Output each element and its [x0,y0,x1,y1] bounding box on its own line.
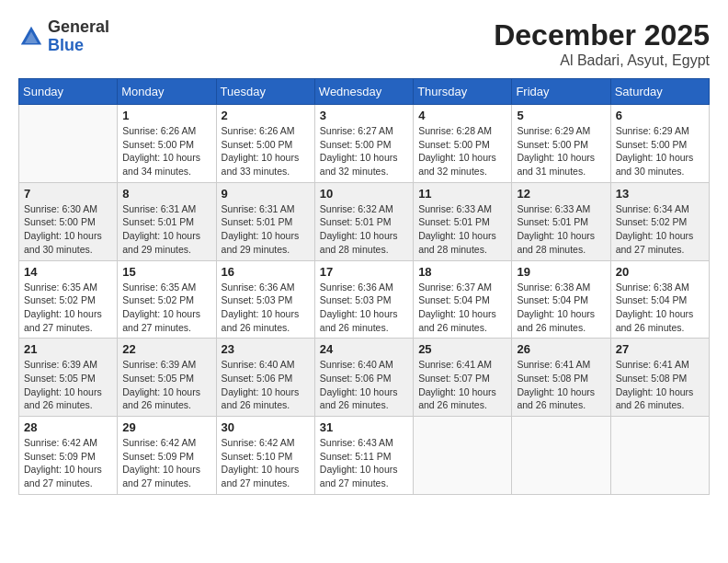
day-info: Sunrise: 6:29 AMSunset: 5:00 PMDaylight:… [616,124,704,178]
calendar-day-cell: 9Sunrise: 6:31 AMSunset: 5:01 PMDaylight… [216,182,314,260]
weekday-header: Monday [118,79,216,105]
calendar-day-cell: 1Sunrise: 6:26 AMSunset: 5:00 PMDaylight… [118,105,216,183]
day-number: 12 [517,187,605,201]
calendar-day-cell: 26Sunrise: 6:41 AMSunset: 5:08 PMDayligh… [512,339,610,417]
calendar-day-cell: 22Sunrise: 6:39 AMSunset: 5:05 PMDayligh… [118,339,216,417]
weekday-header: Tuesday [216,79,314,105]
logo-icon [18,24,44,50]
day-info: Sunrise: 6:41 AMSunset: 5:08 PMDaylight:… [616,358,704,412]
month-title: December 2025 [494,18,710,52]
calendar-day-cell: 16Sunrise: 6:36 AMSunset: 5:03 PMDayligh… [216,260,314,339]
day-number: 18 [418,265,506,279]
day-info: Sunrise: 6:39 AMSunset: 5:05 PMDaylight:… [24,358,112,412]
day-info: Sunrise: 6:42 AMSunset: 5:09 PMDaylight:… [122,436,210,490]
day-info: Sunrise: 6:32 AMSunset: 5:01 PMDaylight:… [320,202,408,257]
day-number: 17 [320,265,408,279]
day-number: 25 [418,342,506,356]
day-number: 23 [222,342,310,356]
day-info: Sunrise: 6:34 AMSunset: 5:02 PMDaylight:… [616,202,704,257]
day-info: Sunrise: 6:42 AMSunset: 5:10 PMDaylight:… [222,436,310,490]
logo-blue: Blue [48,37,109,55]
day-info: Sunrise: 6:28 AMSunset: 5:00 PMDaylight:… [418,124,506,178]
calendar-week-row: 7Sunrise: 6:30 AMSunset: 5:00 PMDaylight… [19,182,710,260]
day-number: 15 [122,265,210,279]
logo-general: General [48,18,109,37]
calendar-week-row: 21Sunrise: 6:39 AMSunset: 5:05 PMDayligh… [19,339,710,417]
calendar-day-cell: 6Sunrise: 6:29 AMSunset: 5:00 PMDaylight… [610,105,709,183]
day-number: 19 [517,265,605,279]
day-info: Sunrise: 6:36 AMSunset: 5:03 PMDaylight:… [320,281,408,335]
weekday-header: Sunday [19,79,118,105]
day-number: 21 [24,342,112,356]
day-number: 11 [418,187,506,201]
weekday-header: Thursday [414,79,512,105]
day-info: Sunrise: 6:38 AMSunset: 5:04 PMDaylight:… [616,281,704,335]
day-info: Sunrise: 6:41 AMSunset: 5:08 PMDaylight:… [517,358,605,412]
day-info: Sunrise: 6:37 AMSunset: 5:04 PMDaylight:… [418,281,506,335]
calendar-day-cell: 5Sunrise: 6:29 AMSunset: 5:00 PMDaylight… [512,105,610,183]
day-number: 30 [222,420,310,434]
day-info: Sunrise: 6:41 AMSunset: 5:07 PMDaylight:… [418,358,506,412]
calendar-day-cell: 15Sunrise: 6:35 AMSunset: 5:02 PMDayligh… [118,260,216,339]
calendar-day-cell [19,105,118,183]
day-info: Sunrise: 6:38 AMSunset: 5:04 PMDaylight:… [517,281,605,335]
day-number: 29 [122,420,210,434]
calendar-day-cell: 25Sunrise: 6:41 AMSunset: 5:07 PMDayligh… [414,339,512,417]
weekday-header: Wednesday [314,79,413,105]
day-info: Sunrise: 6:26 AMSunset: 5:00 PMDaylight:… [122,124,210,178]
calendar-day-cell [414,417,512,495]
day-info: Sunrise: 6:35 AMSunset: 5:02 PMDaylight:… [24,281,112,335]
day-number: 2 [222,109,310,122]
calendar-day-cell: 27Sunrise: 6:41 AMSunset: 5:08 PMDayligh… [610,339,709,417]
day-number: 22 [122,342,210,356]
day-number: 16 [222,265,310,279]
calendar-week-row: 1Sunrise: 6:26 AMSunset: 5:00 PMDaylight… [19,105,710,183]
day-number: 27 [616,342,704,356]
calendar-day-cell: 11Sunrise: 6:33 AMSunset: 5:01 PMDayligh… [414,182,512,260]
day-info: Sunrise: 6:40 AMSunset: 5:06 PMDaylight:… [222,358,310,412]
calendar-header-row: SundayMondayTuesdayWednesdayThursdayFrid… [19,79,710,105]
day-number: 6 [616,109,704,122]
calendar-day-cell: 13Sunrise: 6:34 AMSunset: 5:02 PMDayligh… [610,182,709,260]
location-title: Al Badari, Asyut, Egypt [494,52,710,69]
calendar-day-cell: 24Sunrise: 6:40 AMSunset: 5:06 PMDayligh… [314,339,413,417]
calendar-day-cell: 17Sunrise: 6:36 AMSunset: 5:03 PMDayligh… [314,260,413,339]
calendar-day-cell: 31Sunrise: 6:43 AMSunset: 5:11 PMDayligh… [314,417,413,495]
day-number: 31 [320,420,408,434]
calendar-day-cell: 8Sunrise: 6:31 AMSunset: 5:01 PMDaylight… [118,182,216,260]
calendar-day-cell: 23Sunrise: 6:40 AMSunset: 5:06 PMDayligh… [216,339,314,417]
page-header: General Blue December 2025 Al Badari, As… [18,18,710,69]
calendar-day-cell: 7Sunrise: 6:30 AMSunset: 5:00 PMDaylight… [19,182,118,260]
day-info: Sunrise: 6:31 AMSunset: 5:01 PMDaylight:… [222,202,310,257]
calendar-day-cell: 30Sunrise: 6:42 AMSunset: 5:10 PMDayligh… [216,417,314,495]
day-info: Sunrise: 6:33 AMSunset: 5:01 PMDaylight:… [418,202,506,257]
day-number: 8 [122,187,210,201]
calendar-day-cell: 2Sunrise: 6:26 AMSunset: 5:00 PMDaylight… [216,105,314,183]
day-number: 4 [418,109,506,122]
calendar-day-cell: 18Sunrise: 6:37 AMSunset: 5:04 PMDayligh… [414,260,512,339]
day-number: 14 [24,265,112,279]
day-info: Sunrise: 6:27 AMSunset: 5:00 PMDaylight:… [320,124,408,178]
calendar-day-cell [610,417,709,495]
weekday-header: Saturday [610,79,709,105]
weekday-header: Friday [512,79,610,105]
day-info: Sunrise: 6:43 AMSunset: 5:11 PMDaylight:… [320,436,408,490]
day-info: Sunrise: 6:42 AMSunset: 5:09 PMDaylight:… [24,436,112,490]
day-number: 1 [122,109,210,122]
day-number: 9 [222,187,310,201]
day-number: 28 [24,420,112,434]
day-number: 24 [320,342,408,356]
calendar-week-row: 28Sunrise: 6:42 AMSunset: 5:09 PMDayligh… [19,417,710,495]
day-info: Sunrise: 6:39 AMSunset: 5:05 PMDaylight:… [122,358,210,412]
day-number: 5 [517,109,605,122]
calendar-table: SundayMondayTuesdayWednesdayThursdayFrid… [18,78,710,495]
calendar-day-cell [512,417,610,495]
day-number: 10 [320,187,408,201]
day-number: 3 [320,109,408,122]
title-area: December 2025 Al Badari, Asyut, Egypt [494,18,710,69]
day-info: Sunrise: 6:35 AMSunset: 5:02 PMDaylight:… [122,281,210,335]
day-info: Sunrise: 6:31 AMSunset: 5:01 PMDaylight:… [122,202,210,257]
calendar-day-cell: 28Sunrise: 6:42 AMSunset: 5:09 PMDayligh… [19,417,118,495]
calendar-day-cell: 12Sunrise: 6:33 AMSunset: 5:01 PMDayligh… [512,182,610,260]
day-info: Sunrise: 6:29 AMSunset: 5:00 PMDaylight:… [517,124,605,178]
